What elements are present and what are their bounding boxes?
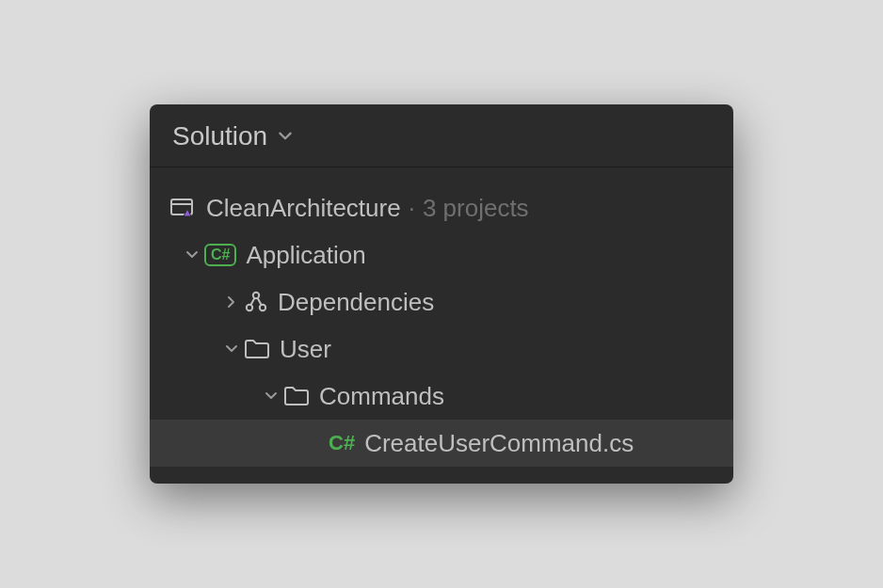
- panel-title: Solution: [172, 121, 267, 151]
- panel-header[interactable]: Solution: [150, 104, 733, 167]
- svg-point-4: [260, 305, 265, 310]
- solution-node[interactable]: CleanArchitecture · 3 projects: [150, 184, 733, 231]
- file-label: CreateUserCommand.cs: [364, 429, 634, 458]
- solution-explorer-panel: Solution CleanArchitecture · 3 projects: [150, 104, 733, 484]
- folder-label: Commands: [319, 382, 444, 411]
- dependencies-label: Dependencies: [278, 288, 434, 317]
- chevron-down-icon[interactable]: [219, 342, 244, 357]
- folder-icon: [244, 338, 270, 360]
- folder-icon: [283, 385, 310, 407]
- projects-count: 3 projects: [423, 194, 529, 223]
- project-label: Application: [246, 241, 365, 270]
- csharp-file-icon: C#: [329, 431, 355, 455]
- chevron-down-icon: [277, 128, 294, 145]
- folder-commands[interactable]: Commands: [150, 373, 733, 420]
- dependencies-icon: [244, 290, 268, 314]
- chevron-right-icon[interactable]: [219, 294, 244, 310]
- solution-icon: [170, 197, 197, 219]
- svg-line-6: [258, 298, 262, 306]
- svg-point-3: [247, 305, 252, 310]
- csharp-project-icon: C#: [204, 244, 236, 266]
- project-application[interactable]: C# Application: [150, 231, 733, 278]
- chevron-down-icon[interactable]: [259, 389, 283, 404]
- folder-user[interactable]: User: [150, 326, 733, 373]
- solution-name: CleanArchitecture: [206, 194, 401, 223]
- separator-dot: ·: [409, 194, 415, 223]
- svg-line-5: [251, 298, 255, 306]
- solution-tree: CleanArchitecture · 3 projects C# Applic…: [150, 167, 733, 484]
- file-create-user-command[interactable]: C# CreateUserCommand.cs: [150, 420, 733, 467]
- dependencies-node[interactable]: Dependencies: [150, 278, 733, 326]
- folder-label: User: [280, 335, 331, 364]
- chevron-down-icon[interactable]: [180, 247, 204, 262]
